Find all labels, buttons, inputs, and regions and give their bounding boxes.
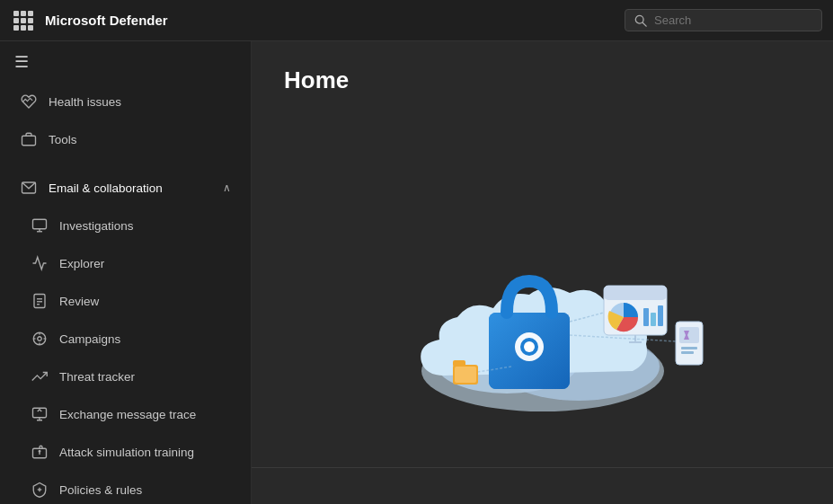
chevron-down-icon: ∧	[223, 181, 231, 194]
svg-point-21	[39, 451, 40, 453]
sidebar-item-review[interactable]: Review	[5, 283, 245, 319]
svg-rect-36	[651, 313, 656, 326]
document-icon	[31, 292, 49, 310]
sidebar-label-exchange-message-trace: Exchange message trace	[59, 408, 196, 421]
sidebar-toggle-button[interactable]: ☰	[0, 41, 251, 83]
svg-rect-42	[681, 347, 697, 349]
svg-line-1	[642, 22, 646, 26]
trending-icon	[31, 367, 49, 385]
sidebar-label-policies-rules: Policies & rules	[59, 483, 142, 497]
attack-icon	[31, 443, 49, 461]
briefcase-icon	[20, 130, 38, 148]
sidebar-item-email-collaboration[interactable]: Email & collaboration ∧	[5, 170, 245, 206]
sidebar-item-campaigns[interactable]: Campaigns	[5, 321, 245, 357]
svg-rect-33	[604, 286, 667, 300]
sidebar-label-threat-tracker: Threat tracker	[59, 370, 135, 384]
sidebar-label-review: Review	[59, 295, 99, 308]
search-box[interactable]	[625, 9, 822, 31]
sidebar-item-investigations[interactable]: Investigations	[5, 208, 245, 243]
bottom-divider	[252, 467, 833, 468]
search-input[interactable]	[654, 13, 812, 27]
email-icon	[20, 179, 38, 197]
sidebar-item-explorer[interactable]: Explorer	[5, 245, 245, 281]
sidebar-label-tools: Tools	[49, 133, 77, 146]
monitor-icon	[31, 217, 49, 234]
page-title: Home	[252, 41, 833, 112]
search-icon	[634, 14, 647, 27]
main-layout: ☰ Health issues Tools	[0, 41, 833, 504]
top-nav: Microsoft Defender	[0, 0, 833, 41]
svg-rect-37	[658, 305, 663, 326]
sidebar-label-health-issues: Health issues	[49, 95, 121, 109]
sidebar-label-investigations: Investigations	[59, 219, 134, 233]
sidebar-item-health-issues[interactable]: Health issues	[5, 84, 245, 119]
chart-icon	[31, 254, 49, 272]
svg-rect-43	[681, 351, 694, 354]
illustration-container	[252, 112, 833, 504]
sidebar-label-attack-simulation: Attack simulation training	[59, 446, 194, 459]
sidebar-label-email-collaboration: Email & collaboration	[49, 181, 212, 195]
svg-point-13	[38, 337, 42, 341]
svg-point-31	[524, 341, 535, 352]
exchange-icon	[31, 405, 49, 423]
security-illustration	[372, 196, 713, 420]
main-content: Home	[252, 41, 833, 504]
policies-icon	[31, 481, 49, 499]
waffle-button[interactable]	[11, 8, 36, 33]
heart-icon	[20, 93, 38, 111]
app-title: Microsoft Defender	[45, 13, 625, 28]
svg-rect-2	[22, 136, 36, 146]
svg-rect-5	[33, 219, 47, 229]
sidebar-item-exchange-message-trace[interactable]: Exchange message trace	[5, 396, 245, 432]
svg-rect-46	[455, 367, 476, 383]
sidebar-item-policies-rules[interactable]: Policies & rules	[5, 472, 245, 504]
svg-rect-35	[643, 308, 649, 326]
svg-rect-45	[453, 360, 465, 367]
sidebar-item-attack-simulation[interactable]: Attack simulation training	[5, 434, 245, 470]
sidebar-item-threat-tracker[interactable]: Threat tracker	[5, 358, 245, 394]
sidebar-item-tools[interactable]: Tools	[5, 121, 245, 157]
sidebar-label-campaigns: Campaigns	[59, 332, 120, 346]
sidebar-label-explorer: Explorer	[59, 257, 104, 270]
svg-rect-8	[34, 295, 45, 308]
svg-rect-41	[679, 327, 699, 343]
sidebar: ☰ Health issues Tools	[0, 41, 252, 504]
campaigns-icon	[31, 330, 49, 348]
